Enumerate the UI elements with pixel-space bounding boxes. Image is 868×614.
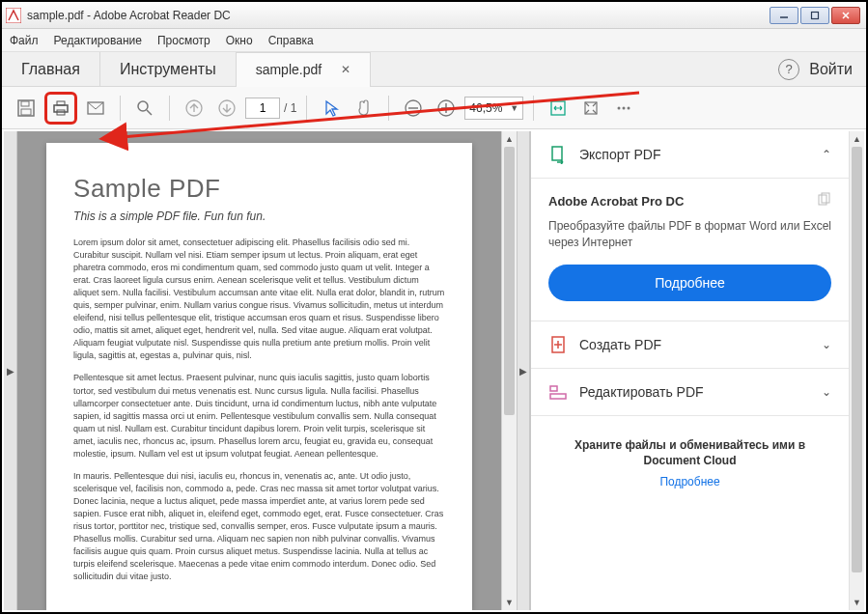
export-pdf-row[interactable]: Экспорт PDF ⌃ (531, 131, 849, 179)
ellipsis-icon (614, 98, 633, 118)
print-button[interactable] (49, 95, 72, 122)
minimize-button[interactable] (770, 7, 798, 24)
page-total-label: / 1 (284, 101, 296, 115)
chevron-down-icon: ▼ (510, 103, 518, 113)
page-up-button[interactable] (180, 94, 209, 123)
edit-pdf-label: Редактировать PDF (579, 384, 704, 400)
search-button[interactable] (130, 94, 159, 123)
page-subtitle: This is a simple PDF file. Fun fun fun. (73, 209, 445, 223)
export-learn-more-button[interactable]: Подробнее (548, 265, 831, 301)
document-viewport[interactable]: Sample PDF This is a simple PDF file. Fu… (17, 131, 501, 610)
menu-view[interactable]: Просмотр (157, 34, 210, 47)
document-vertical-scrollbar[interactable]: ▲ ▼ (501, 131, 517, 610)
arrow-up-circle-icon (184, 98, 204, 118)
tab-document[interactable]: sample.pdf ✕ (237, 52, 371, 86)
menu-window[interactable]: Окно (226, 34, 253, 47)
help-button[interactable]: ? (778, 59, 799, 80)
zoom-dropdown[interactable]: 46,5% ▼ (464, 97, 523, 120)
export-pdf-title: Adobe Acrobat Pro DC (548, 194, 684, 209)
select-tool-button[interactable] (317, 94, 346, 123)
magnifier-icon (135, 98, 154, 118)
signin-button[interactable]: Войти (809, 61, 853, 78)
edit-pdf-row[interactable]: Редактировать PDF ⌄ (531, 369, 849, 416)
email-button[interactable] (81, 94, 110, 123)
plus-circle-icon (436, 98, 456, 118)
svg-point-12 (138, 101, 148, 111)
minus-circle-icon (404, 98, 423, 118)
export-pdf-body: Adobe Acrobat Pro DC Преобразуйте файлы … (531, 179, 849, 321)
menu-help[interactable]: Справка (268, 34, 314, 47)
page-paragraph: Lorem ipsum dolor sit amet, consectetuer… (73, 237, 445, 362)
export-pdf-icon (548, 145, 568, 164)
copy-icon[interactable] (816, 192, 831, 210)
svg-line-13 (147, 110, 152, 115)
create-pdf-label: Создать PDF (579, 337, 661, 352)
left-rail-toggle[interactable]: ▶ (4, 131, 17, 610)
chevron-down-icon: ⌄ (822, 338, 831, 351)
arrow-down-circle-icon (217, 98, 237, 118)
fit-width-button[interactable] (544, 94, 573, 123)
triangle-right-icon: ▶ (519, 366, 527, 377)
save-button[interactable] (12, 94, 41, 123)
tab-close-icon[interactable]: ✕ (341, 63, 350, 76)
toolbar: / 1 46,5% ▼ (2, 87, 866, 129)
page-paragraph: Pellentesque sit amet lectus. Praesent p… (73, 372, 445, 460)
hand-icon (354, 98, 374, 118)
rpanel-toggle[interactable]: ▶ (517, 131, 530, 610)
pan-tool-button[interactable] (350, 94, 378, 123)
svg-rect-7 (21, 109, 31, 115)
scroll-track[interactable] (850, 147, 864, 595)
zoom-out-button[interactable] (399, 94, 428, 123)
tab-document-label: sample.pdf (256, 62, 322, 77)
scroll-track[interactable] (502, 147, 517, 595)
document-pane: ▶ Sample PDF This is a simple PDF file. … (4, 131, 531, 610)
close-button[interactable] (831, 7, 860, 24)
triangle-right-icon: ▶ (7, 366, 14, 377)
cloud-footer: Храните файлы и обменивайтесь ими в Docu… (531, 416, 849, 511)
floppy-icon (16, 98, 36, 118)
more-tools-button[interactable] (609, 94, 638, 123)
tools-panel: Экспорт PDF ⌃ Adobe Acrobat Pro DC Преоб… (531, 131, 864, 610)
print-button-highlight (44, 92, 77, 125)
page-down-button[interactable] (212, 94, 241, 123)
svg-rect-2 (812, 12, 819, 18)
scroll-up-button[interactable]: ▲ (850, 131, 864, 147)
cursor-icon (322, 98, 341, 118)
scroll-up-button[interactable]: ▲ (502, 131, 517, 147)
scroll-thumb[interactable] (852, 147, 862, 572)
menu-file[interactable]: Файл (10, 34, 39, 47)
svg-rect-26 (552, 147, 562, 160)
fit-page-button[interactable] (576, 94, 605, 123)
svg-rect-6 (21, 101, 29, 106)
menu-edit[interactable]: Редактирование (54, 34, 142, 47)
svg-point-25 (628, 106, 630, 109)
scroll-thumb[interactable] (504, 147, 515, 415)
rpanel-vertical-scrollbar[interactable]: ▲ ▼ (849, 131, 864, 610)
fit-width-icon (548, 98, 568, 118)
chevron-down-icon: ⌄ (822, 385, 831, 399)
titlebar: sample.pdf - Adobe Acrobat Reader DC (2, 2, 866, 29)
main-area: ▶ Sample PDF This is a simple PDF file. … (4, 131, 864, 610)
cloud-footer-link[interactable]: Подробнее (552, 475, 827, 488)
tab-tools[interactable]: Инструменты (100, 52, 237, 86)
page-number-box: / 1 (245, 98, 296, 119)
tab-home-label: Главная (21, 61, 80, 78)
scroll-down-button[interactable]: ▼ (850, 595, 864, 610)
svg-rect-8 (54, 105, 68, 112)
document-page: Sample PDF This is a simple PDF file. Fu… (46, 143, 472, 610)
maximize-button[interactable] (800, 7, 829, 24)
printer-icon (51, 98, 70, 118)
zoom-value: 46,5% (469, 101, 508, 115)
export-pdf-desc: Преобразуйте файлы PDF в формат Word или… (548, 218, 831, 251)
zoom-in-button[interactable] (432, 94, 461, 123)
page-number-input[interactable] (245, 98, 280, 119)
svg-rect-31 (550, 394, 566, 399)
create-pdf-row[interactable]: Создать PDF ⌄ (531, 321, 849, 369)
menubar: Файл Редактирование Просмотр Окно Справк… (2, 29, 866, 52)
svg-rect-5 (18, 100, 34, 116)
scroll-down-button[interactable]: ▼ (502, 595, 517, 610)
fit-page-icon (581, 98, 601, 118)
tab-tools-label: Инструменты (120, 61, 216, 78)
acrobat-app-icon (6, 8, 21, 23)
tab-home[interactable]: Главная (2, 52, 100, 86)
